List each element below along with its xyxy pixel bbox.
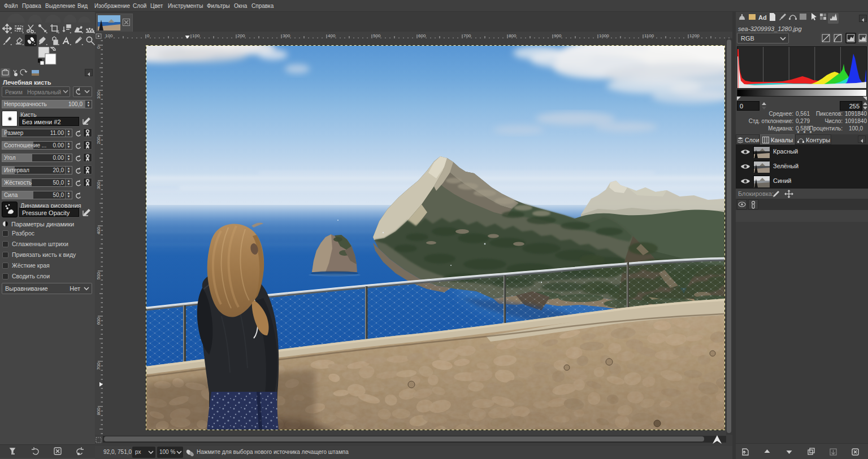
svg-text:0: 0 bbox=[96, 46, 101, 49]
svg-text:300: 300 bbox=[283, 33, 290, 38]
svg-text:1100: 1100 bbox=[644, 33, 654, 38]
svg-text:800: 800 bbox=[96, 407, 101, 415]
svg-text:600: 600 bbox=[418, 33, 426, 38]
svg-text:700: 700 bbox=[96, 362, 101, 370]
svg-text:100: 100 bbox=[192, 33, 200, 38]
svg-text:400: 400 bbox=[328, 33, 336, 38]
svg-text:300: 300 bbox=[96, 181, 101, 189]
svg-text:1200: 1200 bbox=[689, 33, 700, 38]
svg-text:500: 500 bbox=[96, 272, 101, 279]
svg-text:200: 200 bbox=[237, 33, 245, 38]
svg-text:900: 900 bbox=[554, 33, 562, 38]
svg-text:100: 100 bbox=[96, 91, 101, 99]
svg-text:200: 200 bbox=[96, 136, 101, 144]
svg-text:700: 700 bbox=[463, 33, 471, 38]
svg-text:100: 100 bbox=[105, 33, 113, 38]
svg-text:600: 600 bbox=[96, 317, 101, 325]
svg-text:500: 500 bbox=[373, 33, 381, 38]
svg-text:800: 800 bbox=[509, 33, 517, 38]
svg-text:1000: 1000 bbox=[599, 33, 609, 38]
svg-text:0: 0 bbox=[147, 33, 150, 38]
svg-text:400: 400 bbox=[96, 226, 101, 234]
svg-text:Ad: Ad bbox=[758, 14, 767, 21]
